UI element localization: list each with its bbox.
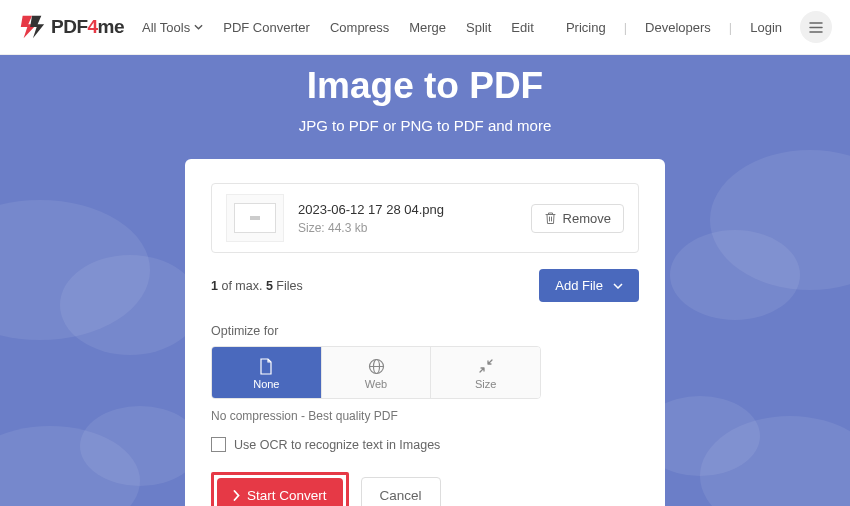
add-file-button[interactable]: Add File bbox=[539, 269, 639, 302]
file-name: 2023-06-12 17 28 04.png bbox=[298, 202, 517, 217]
nav-edit[interactable]: Edit bbox=[511, 20, 533, 35]
chevron-down-icon bbox=[613, 283, 623, 289]
optimize-option-size[interactable]: Size bbox=[431, 347, 540, 398]
nav-split[interactable]: Split bbox=[466, 20, 491, 35]
cloud-decoration bbox=[670, 230, 800, 320]
nav-separator: | bbox=[729, 20, 732, 35]
chevron-down-icon bbox=[194, 24, 203, 30]
compress-icon bbox=[478, 357, 494, 375]
remove-button[interactable]: Remove bbox=[531, 204, 624, 233]
hamburger-menu-button[interactable] bbox=[800, 11, 832, 43]
chevron-right-icon bbox=[233, 490, 240, 501]
optimize-option-web[interactable]: Web bbox=[322, 347, 432, 398]
cloud-decoration bbox=[80, 406, 200, 486]
document-icon bbox=[259, 357, 273, 375]
globe-icon bbox=[368, 357, 385, 375]
optimize-option-none[interactable]: None bbox=[212, 347, 322, 398]
file-status-row: 1 of max. 5 Files Add File bbox=[211, 269, 639, 302]
nav-pricing[interactable]: Pricing bbox=[566, 20, 606, 35]
logo-text: PDF4me bbox=[51, 16, 124, 38]
page-subtitle: JPG to PDF or PNG to PDF and more bbox=[0, 117, 850, 134]
optimize-label: Optimize for bbox=[211, 324, 639, 338]
nav-merge[interactable]: Merge bbox=[409, 20, 446, 35]
ocr-checkbox[interactable] bbox=[211, 437, 226, 452]
nav-compress[interactable]: Compress bbox=[330, 20, 389, 35]
nav-converter[interactable]: PDF Converter bbox=[223, 20, 310, 35]
file-row: 2023-06-12 17 28 04.png Size: 44.3 kb Re… bbox=[211, 183, 639, 253]
optimize-description: No compression - Best quality PDF bbox=[211, 409, 639, 423]
file-count: 1 of max. 5 Files bbox=[211, 279, 303, 293]
page-title: Image to PDF bbox=[0, 55, 850, 107]
nav-all-tools[interactable]: All Tools bbox=[142, 20, 203, 35]
ocr-row: Use OCR to recognize text in Images bbox=[211, 437, 639, 452]
nav-developers[interactable]: Developers bbox=[645, 20, 711, 35]
main-card: 2023-06-12 17 28 04.png Size: 44.3 kb Re… bbox=[185, 159, 665, 506]
cancel-button[interactable]: Cancel bbox=[361, 477, 441, 506]
logo[interactable]: PDF4me bbox=[18, 13, 124, 41]
top-header: PDF4me All Tools PDF Converter Compress … bbox=[0, 0, 850, 55]
hero-section: Image to PDF JPG to PDF or PNG to PDF an… bbox=[0, 55, 850, 506]
hamburger-icon bbox=[809, 22, 823, 33]
nav-right: Pricing | Developers | Login bbox=[566, 11, 832, 43]
trash-icon bbox=[544, 211, 557, 225]
file-info: 2023-06-12 17 28 04.png Size: 44.3 kb bbox=[298, 202, 517, 235]
highlight-annotation: Start Convert bbox=[211, 472, 349, 506]
nav-login[interactable]: Login bbox=[750, 20, 782, 35]
start-convert-button[interactable]: Start Convert bbox=[217, 478, 343, 506]
optimize-group: None Web Size bbox=[211, 346, 541, 399]
ocr-label: Use OCR to recognize text in Images bbox=[234, 438, 440, 452]
file-size: Size: 44.3 kb bbox=[298, 221, 517, 235]
nav-left: All Tools PDF Converter Compress Merge S… bbox=[142, 20, 534, 35]
cloud-decoration bbox=[60, 255, 200, 355]
file-thumbnail bbox=[226, 194, 284, 242]
logo-icon bbox=[18, 13, 46, 41]
nav-separator: | bbox=[624, 20, 627, 35]
action-row: Start Convert Cancel bbox=[211, 472, 639, 506]
